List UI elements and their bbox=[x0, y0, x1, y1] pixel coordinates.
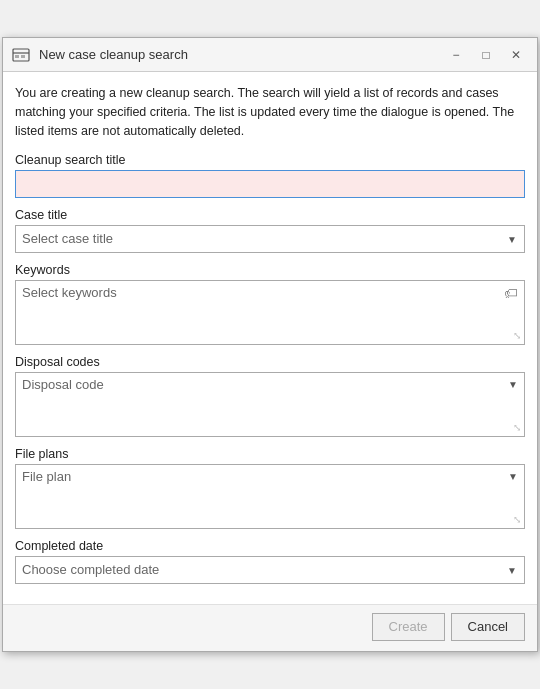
file-plans-group: File plans File plan ▼ ⤡ bbox=[15, 447, 525, 529]
svg-rect-3 bbox=[21, 55, 25, 58]
keywords-box[interactable]: Select keywords 🏷 ⤡ bbox=[15, 280, 525, 345]
file-plans-placeholder: File plan bbox=[22, 469, 71, 484]
disposal-codes-group: Disposal codes Disposal code ▼ ⤡ bbox=[15, 355, 525, 437]
window-title: New case cleanup search bbox=[39, 47, 443, 62]
completed-date-group: Completed date Choose completed date ▼ bbox=[15, 539, 525, 584]
case-title-wrapper: Select case title ▼ bbox=[15, 225, 525, 253]
keywords-header: Select keywords 🏷 bbox=[16, 281, 524, 305]
cleanup-search-title-input[interactable] bbox=[15, 170, 525, 198]
maximize-button[interactable]: □ bbox=[473, 44, 499, 66]
completed-date-wrapper: Choose completed date ▼ bbox=[15, 556, 525, 584]
dialog-content: You are creating a new cleanup search. T… bbox=[3, 72, 537, 603]
title-bar: New case cleanup search − □ ✕ bbox=[3, 38, 537, 72]
disposal-codes-placeholder: Disposal code bbox=[22, 377, 104, 392]
svg-rect-2 bbox=[15, 55, 19, 58]
info-text: You are creating a new cleanup search. T… bbox=[15, 84, 525, 140]
dialog-footer: Create Cancel bbox=[3, 604, 537, 651]
completed-date-select[interactable]: Choose completed date bbox=[15, 556, 525, 584]
case-title-label: Case title bbox=[15, 208, 525, 222]
window-icon bbox=[11, 45, 31, 65]
close-button[interactable]: ✕ bbox=[503, 44, 529, 66]
file-plans-header: File plan ▼ bbox=[16, 465, 524, 488]
cancel-button[interactable]: Cancel bbox=[451, 613, 525, 641]
file-plans-box[interactable]: File plan ▼ ⤡ bbox=[15, 464, 525, 529]
cleanup-search-title-group: Cleanup search title bbox=[15, 153, 525, 198]
file-plans-label: File plans bbox=[15, 447, 525, 461]
disposal-codes-chevron-icon: ▼ bbox=[508, 379, 518, 390]
disposal-codes-box[interactable]: Disposal code ▼ ⤡ bbox=[15, 372, 525, 437]
case-title-group: Case title Select case title ▼ bbox=[15, 208, 525, 253]
keywords-placeholder: Select keywords bbox=[22, 285, 117, 300]
create-button[interactable]: Create bbox=[372, 613, 445, 641]
file-plans-chevron-icon: ▼ bbox=[508, 471, 518, 482]
tag-icon: 🏷 bbox=[504, 285, 518, 301]
file-plans-resize-icon: ⤡ bbox=[513, 515, 521, 525]
window-controls: − □ ✕ bbox=[443, 44, 529, 66]
main-window: New case cleanup search − □ ✕ You are cr… bbox=[2, 37, 538, 651]
disposal-codes-label: Disposal codes bbox=[15, 355, 525, 369]
cleanup-search-title-label: Cleanup search title bbox=[15, 153, 525, 167]
keywords-resize-icon: ⤡ bbox=[513, 331, 521, 341]
minimize-button[interactable]: − bbox=[443, 44, 469, 66]
disposal-codes-resize-icon: ⤡ bbox=[513, 423, 521, 433]
keywords-label: Keywords bbox=[15, 263, 525, 277]
keywords-group: Keywords Select keywords 🏷 ⤡ bbox=[15, 263, 525, 345]
completed-date-label: Completed date bbox=[15, 539, 525, 553]
case-title-select[interactable]: Select case title bbox=[15, 225, 525, 253]
disposal-codes-header: Disposal code ▼ bbox=[16, 373, 524, 396]
